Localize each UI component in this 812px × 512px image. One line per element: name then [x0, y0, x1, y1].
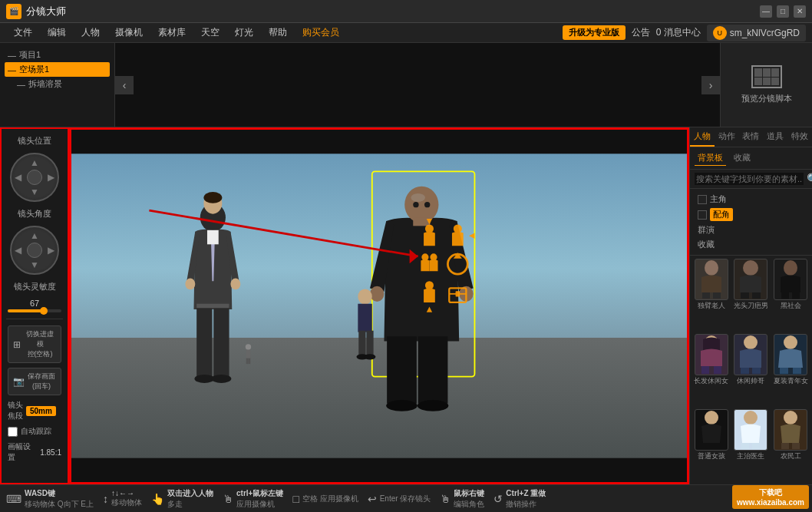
move-icon: ⌨	[6, 493, 21, 505]
svg-rect-65	[780, 368, 788, 374]
char-card-2[interactable]: 黑社会	[772, 259, 809, 331]
minimize-button[interactable]: —	[760, 5, 772, 18]
svg-point-8	[194, 375, 214, 383]
switch-control-button[interactable]: ⊞ 切换进虚模 控(空格)	[8, 325, 61, 363]
tree-item-dissolve[interactable]: —拆墙溶景	[5, 77, 110, 91]
main-checkbox[interactable]	[698, 195, 707, 204]
close-button[interactable]: ✕	[794, 5, 806, 18]
char-card-3[interactable]: 长发休闲女	[693, 334, 730, 406]
menu-buy-vip[interactable]: 购买会员	[295, 23, 347, 42]
tab-props[interactable]: 道具	[763, 127, 787, 147]
svg-point-30	[365, 354, 376, 359]
menu-camera[interactable]: 摄像机	[107, 23, 150, 42]
preview-script-button[interactable]: 预览分镜脚本	[720, 43, 812, 127]
svg-point-15	[411, 193, 424, 202]
tree-item-scene1[interactable]: —空场景1	[5, 62, 110, 77]
enter-icon: ↩	[368, 493, 377, 505]
storyboard-nav-right[interactable]: ›	[701, 76, 720, 94]
search-icon[interactable]: 🔍	[807, 173, 812, 185]
tab-effects[interactable]: 特效	[787, 127, 812, 147]
tree-row-favorites[interactable]: 收藏	[698, 237, 804, 252]
storyboard-nav-left[interactable]: ‹	[115, 76, 134, 94]
tree-item-project[interactable]: —项目1	[5, 48, 110, 62]
right-tabs: 人物 动作 表情 道具 特效	[690, 127, 812, 147]
user-avatar: U	[713, 26, 727, 40]
angle-joystick-down: ▼	[30, 259, 39, 270]
window-controls: — □ ✕	[760, 5, 806, 18]
focal-value[interactable]: 50mm	[26, 406, 56, 416]
camera-angle-joystick[interactable]: ▲ ▼ ◀ ▶	[10, 226, 59, 275]
character-grid: 独臂老人 光头刀疤男	[690, 256, 812, 484]
supporting-checkbox[interactable]	[698, 210, 707, 220]
angle-joystick-center	[27, 243, 42, 258]
ctrl-icon: 🖱	[223, 493, 233, 505]
tree-row-supporting[interactable]: 配角	[698, 206, 804, 223]
svg-rect-32	[246, 350, 251, 358]
svg-rect-54	[752, 292, 761, 299]
tab-character[interactable]: 人物	[690, 127, 715, 147]
auto-follow-checkbox[interactable]	[8, 427, 18, 437]
menu-file[interactable]: 文件	[6, 23, 40, 42]
tab-action[interactable]: 动作	[715, 127, 739, 147]
watermark: 下载吧 www.xiazaiba.com	[732, 485, 809, 509]
menu-sky[interactable]: 天空	[193, 23, 227, 42]
svg-point-17	[413, 202, 418, 207]
tree-row-extra[interactable]: 群演	[698, 223, 804, 237]
save-frame-button[interactable]: 📷 保存画面 (回车)	[8, 368, 61, 395]
camera-icon: 📷	[13, 376, 25, 387]
char-card-8[interactable]: 农民工	[772, 409, 809, 481]
svg-point-25	[358, 289, 371, 304]
char-card-5[interactable]: 夏装青年女	[772, 334, 809, 406]
sensitivity-slider[interactable]	[8, 309, 61, 312]
svg-point-9	[212, 375, 232, 383]
menu-edit[interactable]: 编辑	[40, 23, 74, 42]
char-card-1[interactable]: 光头刀疤男	[733, 259, 770, 331]
dblclick-desc: 多走	[167, 499, 213, 510]
svg-rect-71	[741, 443, 749, 449]
viewport[interactable]	[69, 127, 689, 484]
svg-point-64	[784, 335, 797, 349]
joystick-up: ▲	[30, 157, 39, 168]
char-card-7[interactable]: 主治医生	[733, 409, 770, 481]
char-thumb-6	[695, 409, 728, 451]
message-center[interactable]: 0 消息中心	[656, 26, 701, 39]
maximize-button[interactable]: □	[777, 5, 789, 18]
switch-icon: ⊞	[13, 339, 21, 350]
camera-position-joystick[interactable]: ▲ ▼ ◀ ▶	[10, 153, 59, 202]
scene-svg	[71, 130, 687, 482]
char-thumb-8	[774, 409, 807, 451]
subtab-background[interactable]: 背景板	[695, 150, 726, 166]
main-label: 主角	[710, 193, 727, 205]
frame-ratio-row: 画幅设置 1.85:1	[8, 441, 61, 463]
menu-help[interactable]: 帮助	[261, 23, 295, 42]
svg-rect-66	[793, 368, 801, 374]
enter-desc: Enter 保存镜头	[380, 494, 431, 504]
upgrade-button[interactable]: 升级为专业版	[563, 25, 626, 40]
char-card-4[interactable]: 休闲帅哥	[733, 334, 770, 406]
char-name-8: 农民工	[781, 452, 801, 461]
char-name-6: 普通女孩	[698, 452, 725, 461]
char-card-6[interactable]: 普通女孩	[693, 409, 730, 481]
titlebar: 🎬 分镜大师 — □ ✕	[0, 0, 812, 23]
frame-label: 画幅设置	[8, 441, 37, 463]
svg-rect-51	[713, 292, 721, 299]
user-menu[interactable]: U sm_kNlVcrGgRD	[707, 25, 806, 41]
char-thumb-5	[774, 334, 807, 375]
tree-row-main[interactable]: 主角	[698, 192, 804, 206]
menu-assets[interactable]: 素材库	[150, 23, 193, 42]
rightclick-desc: 编辑角色	[454, 499, 484, 510]
joystick-right: ▶	[48, 172, 54, 183]
tab-expression[interactable]: 表情	[739, 127, 764, 147]
svg-rect-28	[366, 331, 373, 355]
subtab-favorites[interactable]: 收藏	[731, 150, 754, 166]
app-icon: 🎬	[6, 4, 21, 19]
char-name-1: 光头刀疤男	[734, 302, 768, 310]
char-card-0[interactable]: 独臂老人	[693, 259, 730, 331]
char-thumb-1	[734, 259, 767, 300]
search-input[interactable]	[695, 173, 804, 185]
menu-lighting[interactable]: 灯光	[227, 23, 261, 42]
char-name-7: 主治医生	[737, 452, 764, 461]
notice-button[interactable]: 公告	[632, 26, 650, 39]
menu-character[interactable]: 人物	[74, 23, 107, 42]
char-name-0: 独臂老人	[698, 302, 725, 310]
